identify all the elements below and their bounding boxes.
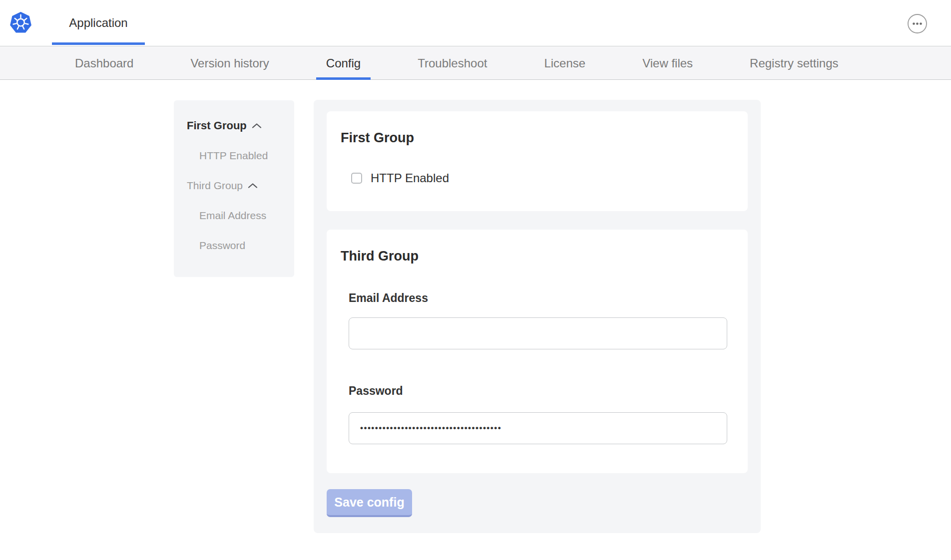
chevron-up-icon [248,183,258,189]
sidebar-item-label: HTTP Enabled [199,150,268,162]
sidebar-item-label: Email Address [199,210,266,222]
chevron-up-icon [252,123,262,129]
tab-view-files[interactable]: View files [641,47,694,80]
config-group-card-first: First Group HTTP Enabled [327,111,748,211]
sidebar-item-password[interactable]: Password [187,239,294,252]
config-outline-sidebar: First Group HTTP Enabled Third Group Ema… [174,100,294,277]
sidebar-item-label: Password [199,240,245,252]
sidebar-item-first-group[interactable]: First Group [187,119,294,132]
password-input[interactable]: •••••••••••••••••••••••••••••••••••••• [349,412,727,444]
tab-version-history[interactable]: Version history [189,47,270,80]
kubernetes-logo-icon [9,11,32,34]
email-address-input[interactable] [349,317,727,349]
sidebar-item-email-address[interactable]: Email Address [187,209,294,222]
tab-config[interactable]: Config [325,47,362,80]
checkbox-label: HTTP Enabled [371,171,449,185]
config-group-card-third: Third Group Email Address Password •••••… [327,230,748,473]
tab-dashboard[interactable]: Dashboard [74,47,134,80]
http-enabled-checkbox[interactable] [351,173,362,184]
email-address-label: Email Address [349,291,428,305]
tab-registry-settings[interactable]: Registry settings [749,47,839,80]
config-main-panel: First Group HTTP Enabled Third Group Ema… [314,100,761,533]
group-title: First Group [341,130,414,146]
app-subnav: Dashboard Version history Config Trouble… [0,47,951,80]
tab-license[interactable]: License [543,47,586,80]
ellipsis-menu-icon[interactable] [907,13,928,34]
tab-troubleshoot[interactable]: Troubleshoot [417,47,488,80]
sidebar-item-label: First Group [187,119,247,132]
sidebar-item-third-group[interactable]: Third Group [187,179,294,192]
app-header: Application [0,0,951,46]
save-config-button[interactable]: Save config [327,489,412,517]
sidebar-item-http-enabled[interactable]: HTTP Enabled [187,149,294,162]
password-label: Password [349,384,403,398]
tab-application[interactable]: Application [52,0,145,46]
sidebar-item-label: Third Group [187,180,243,192]
http-enabled-checkbox-row[interactable]: HTTP Enabled [351,171,449,185]
group-title: Third Group [341,249,419,264]
